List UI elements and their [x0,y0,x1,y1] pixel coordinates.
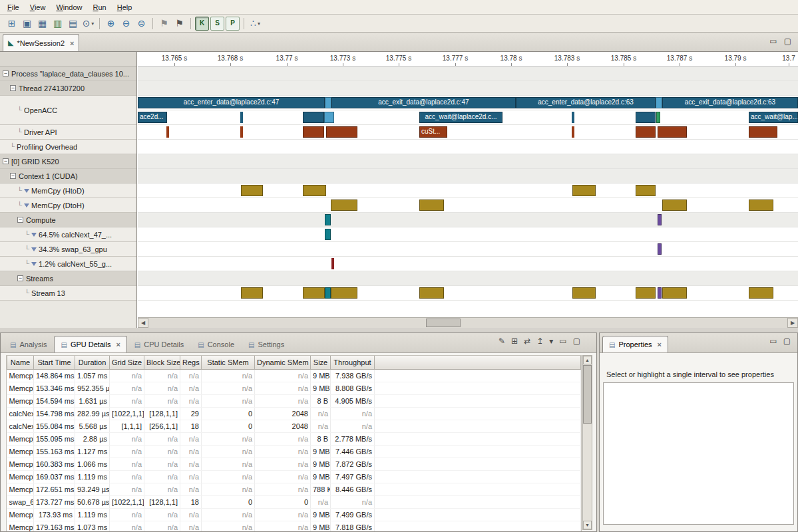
maximize-icon[interactable]: ▢ [783,336,791,346]
report-icon[interactable]: ▥ [51,17,65,31]
tree-item-0-grid-k520[interactable]: −[0] GRID K520 [0,154,136,169]
copy-view-icon[interactable]: ▤ [66,17,80,31]
timeline-bar[interactable] [303,112,324,123]
save-icon[interactable]: ▣ [20,17,34,31]
timeline-bar[interactable] [240,126,243,138]
kernel-timeline-toggle[interactable]: K [195,17,209,31]
timeline-bar[interactable] [656,97,662,108]
collapse-icon[interactable]: − [17,217,23,223]
stream-timeline-toggle[interactable]: S [210,17,224,31]
timeline-bar[interactable] [636,112,656,123]
tree-item-memcpy-htod[interactable]: └MemCpy (HtoD) [0,184,136,198]
column-header-regs[interactable]: Regs [180,356,202,369]
minimize-icon[interactable]: ▭ [769,37,777,46]
close-icon[interactable]: × [70,39,74,47]
timeline-bar[interactable] [572,287,596,299]
timeline-bar[interactable] [331,200,357,211]
menu-file[interactable]: File [2,1,25,13]
tree-item-34-3-swap-63-gpu[interactable]: └34.3% swap_63_gpu [0,242,136,257]
scroll-left-icon[interactable]: ◀ [138,318,148,328]
timeline-bar[interactable] [325,229,331,240]
column-header-size[interactable]: Size [311,356,331,369]
dropdown-arrow-icon[interactable]: ▾ [258,21,260,27]
filter-icon[interactable] [24,189,29,193]
table-row[interactable]: Memcpy179.163 ms1.073 msn/an/an/an/an/a9… [7,521,581,531]
next-marker-icon[interactable]: ⚑ [172,17,186,31]
collapse-icon[interactable]: − [10,173,16,179]
tree-item-process-laplace-data-clauses[interactable]: −Process "laplace_data_clauses 10... [0,66,136,81]
timeline-bar[interactable] [303,287,325,299]
timeline-bar[interactable] [636,287,656,299]
filter-icon[interactable] [31,233,37,237]
timeline-bar[interactable] [325,97,331,108]
close-icon[interactable]: × [658,340,662,348]
timeline-bar[interactable] [331,287,357,299]
table-row[interactable]: calcNext155.084 ms5.568 µs[1,1,1][256,1,… [7,420,581,432]
process-timeline-toggle[interactable]: P [226,17,240,31]
timeline-bar-ace2d[interactable]: ace2d... [138,112,167,123]
timeline-bar[interactable] [303,126,324,138]
new-session-icon[interactable]: ⊞ [5,17,19,31]
tree-item-profiling-overhead[interactable]: └Profiling Overhead [0,140,136,154]
zoom-out-icon[interactable]: ⊖ [119,17,133,31]
analysis-icon[interactable]: ∴▾ [248,17,262,31]
zoom-in-icon[interactable]: ⊕ [104,17,118,31]
column-header-name[interactable]: Name [7,356,34,369]
compare-icon[interactable]: ⇄ [524,336,530,346]
column-header-block-size[interactable]: Block Size [144,356,180,369]
timeline-bar-acc-wait-laplace2d-c[interactable]: acc_wait@laplace2d.c... [419,112,502,123]
scroll-up-icon[interactable]: ▲ [583,356,592,364]
tab-analysis[interactable]: ▤Analysis [3,336,53,352]
timeline-bar[interactable] [749,200,773,211]
table-row[interactable]: Memcpy155.163 ms1.127 msn/an/an/an/an/a9… [7,445,581,458]
tab-newsession2[interactable]: ◣ *NewSession2 × [3,34,79,51]
minimize-icon[interactable]: ▭ [769,336,777,346]
timeline-bar[interactable] [658,126,687,138]
column-header-throughput[interactable]: Throughput [331,356,375,369]
timeline-bar[interactable] [419,287,444,299]
column-header-dynamic-smem[interactable]: Dynamic SMem [255,356,311,369]
maximize-icon[interactable]: ▢ [573,336,580,346]
timeline-bar[interactable] [419,200,444,211]
scroll-down-icon[interactable]: ▼ [583,521,592,529]
column-header-static-smem[interactable]: Static SMem [202,356,255,369]
timeline-bar-acc-exit-data-laplace2d-c-47[interactable]: acc_exit_data@laplace2d.c:47 [331,97,516,108]
menu-view[interactable]: View [25,1,51,13]
table-row[interactable]: Memcpy173.93 ms1.119 msn/an/an/an/an/a9 … [7,508,581,521]
tree-item-1-2-calcnext-55-g[interactable]: └1.2% calcNext_55_g... [0,257,136,271]
timeline-bar-acc-wait-lap[interactable]: acc_wait@lap... [749,112,798,123]
tab-settings[interactable]: ▤Settings [242,336,291,352]
table-scrollbar[interactable]: ▲ ▼ [582,355,592,530]
timeline-bar[interactable] [572,126,574,138]
table-row[interactable]: Memcpy172.651 ms93.249 µsn/an/an/an/an/a… [7,483,581,495]
tree-item-stream-13[interactable]: └Stream 13 [0,286,136,301]
timeline-bar[interactable] [331,258,334,269]
tree-item-openacc[interactable]: └OpenACC [0,96,136,125]
timeline-bar[interactable] [241,185,263,196]
zoom-fit-icon[interactable]: ⊜ [134,17,148,31]
collapse-icon[interactable]: − [17,275,23,281]
dropdown-arrow-icon[interactable]: ▾ [91,21,94,27]
tree-item-thread-2741307200[interactable]: −Thread 2741307200 [0,81,136,96]
timeline-bar[interactable] [749,287,773,299]
timeline-bar[interactable] [636,126,656,138]
timeline-bar[interactable] [325,287,331,299]
timeline-bar-cust[interactable]: cuSt... [419,126,447,138]
column-header-duration[interactable]: Duration [75,356,110,369]
timeline-bar[interactable] [166,126,169,138]
timeline-bar[interactable] [325,214,331,225]
timeline-bar[interactable] [303,185,326,196]
timeline-bar[interactable] [658,287,662,299]
tab-properties[interactable]: ▤ Properties × [602,336,668,352]
table-row[interactable]: Memcpy155.095 ms2.88 µsn/an/an/an/an/a8 … [7,432,581,445]
timeline-bar-acc-enter-data-laplace2d-c-6[interactable]: acc_enter_data@laplace2d.c:63 [516,97,656,108]
tree-item-64-5-calcnext-47[interactable]: └64.5% calcNext_47_... [0,227,136,242]
view-menu-icon[interactable]: ▾ [549,336,553,346]
timeline-bar[interactable] [240,112,243,123]
tab-cpu-details[interactable]: ▤CPU Details [128,336,190,352]
collapse-icon[interactable]: − [3,70,9,76]
maximize-icon[interactable]: ▢ [784,37,791,46]
minimize-icon[interactable]: ▭ [559,336,566,346]
table-row[interactable]: calcNext154.798 ms282.99 µs[1022,1,1][12… [7,407,581,420]
table-row[interactable]: Memcpy160.383 ms1.066 msn/an/an/an/an/a9… [7,458,581,470]
